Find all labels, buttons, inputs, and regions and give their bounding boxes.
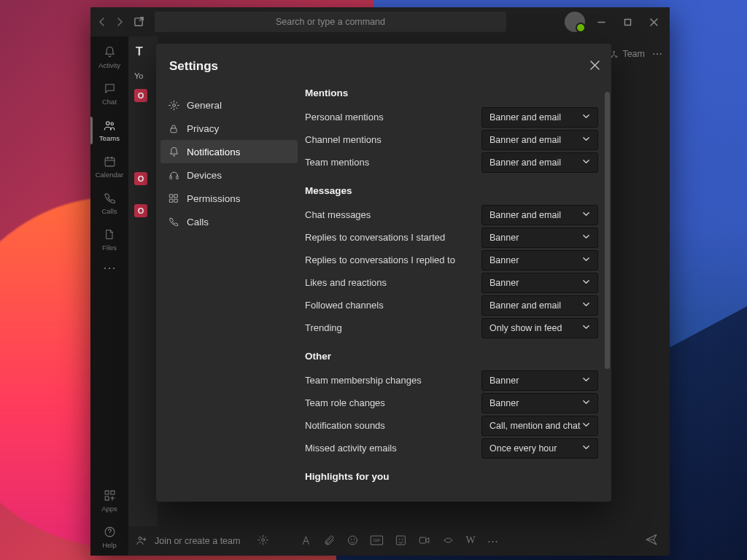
dropdown-value: Once every hour (489, 443, 557, 454)
wiki-icon[interactable]: W (465, 534, 475, 548)
dropdown-followed-channels[interactable]: Banner and email (481, 295, 598, 316)
team-tile[interactable]: O (134, 89, 147, 102)
settings-modal: Settings General Privacy Notifications D… (156, 44, 611, 502)
settings-content: Mentions Personal mentions Banner and em… (302, 88, 611, 502)
scrollbar[interactable] (605, 92, 610, 369)
sticker-icon[interactable] (395, 534, 406, 548)
search-input[interactable]: Search or type a command (155, 12, 506, 32)
titlebar: Search or type a command (90, 7, 670, 36)
nav-label: General (187, 100, 222, 111)
row-channel-mentions: Channel mentions Banner and email (305, 128, 598, 151)
nav-calls[interactable]: Calls (160, 210, 298, 233)
org-chip[interactable]: Team (606, 47, 648, 61)
row-label: Trending (305, 322, 481, 333)
window-close[interactable] (640, 9, 667, 35)
rail-activity[interactable]: Activity (90, 39, 128, 76)
nav-devices[interactable]: Devices (160, 163, 298, 187)
dropdown-likes[interactable]: Banner (481, 273, 598, 293)
rail-calendar[interactable]: Calendar (90, 149, 128, 185)
row-label: Chat messages (305, 209, 481, 220)
svg-rect-41 (174, 199, 177, 202)
channel-more[interactable]: ⋯ (652, 48, 664, 60)
dropdown-value: Banner and email (489, 210, 561, 220)
meet-now-icon[interactable] (418, 534, 430, 548)
section-mentions-title: Mentions (305, 88, 598, 98)
dropdown-missed-emails[interactable]: Once every hour (481, 438, 598, 459)
rail-calls[interactable]: Calls (90, 185, 128, 222)
dropdown-notification-sounds[interactable]: Call, mention and chat (481, 416, 598, 436)
compose-more[interactable]: ⋯ (487, 534, 498, 548)
manage-teams-icon[interactable] (258, 534, 268, 548)
dropdown-role-changes[interactable]: Banner (481, 393, 598, 413)
rail-files[interactable]: Files (90, 222, 128, 258)
dropdown-replies-started[interactable]: Banner (481, 228, 598, 248)
svg-rect-36 (169, 176, 171, 179)
rail-more[interactable]: ⋯ (103, 260, 116, 276)
join-team-label[interactable]: Join or create a team (155, 536, 240, 546)
dropdown-trending[interactable]: Only show in feed (481, 318, 598, 338)
svg-rect-38 (170, 195, 173, 198)
nav-privacy[interactable]: Privacy (160, 117, 298, 140)
rail-chat[interactable]: Chat (90, 76, 128, 112)
dropdown-chat-messages[interactable]: Banner and email (481, 205, 598, 225)
svg-point-7 (111, 122, 113, 125)
dropdown-membership-changes[interactable]: Banner (481, 370, 598, 391)
headset-icon (168, 169, 179, 181)
svg-rect-27 (396, 536, 405, 545)
calendar-icon (104, 155, 116, 168)
rail-teams[interactable]: Teams (90, 112, 128, 149)
rail-label: Calls (101, 207, 117, 215)
rail-label: Apps (101, 505, 117, 513)
lock-icon (168, 122, 179, 134)
svg-rect-8 (105, 158, 115, 166)
avatar[interactable] (565, 12, 585, 32)
org-chip-label: Team (622, 49, 645, 59)
nav-label: Permissions (187, 193, 241, 204)
svg-rect-12 (105, 491, 109, 494)
gif-icon[interactable]: GIF (370, 534, 383, 548)
dropdown-team-mentions[interactable]: Banner and email (481, 152, 598, 173)
svg-point-24 (354, 539, 355, 540)
rail-label: Chat (102, 98, 117, 106)
stream-icon[interactable] (442, 534, 454, 548)
row-likes: Likes and reactions Banner (305, 271, 598, 294)
emoji-icon[interactable] (347, 534, 358, 548)
svg-point-16 (109, 534, 110, 535)
row-label: Team membership changes (305, 375, 481, 386)
forward-button[interactable] (111, 12, 128, 32)
team-tile[interactable]: O (134, 172, 147, 185)
dropdown-replies-replied[interactable]: Banner (481, 250, 598, 271)
chevron-down-icon (582, 233, 590, 243)
nav-general[interactable]: General (160, 93, 298, 117)
svg-rect-30 (419, 537, 426, 543)
svg-point-21 (262, 539, 265, 542)
team-list-title: T (128, 36, 158, 58)
row-replies-started: Replies to conversations I started Banne… (305, 226, 598, 249)
send-button[interactable] (645, 533, 658, 549)
svg-point-34 (172, 104, 175, 106)
row-label: Replies to conversations I replied to (305, 254, 481, 265)
dropdown-value: Banner and email (489, 135, 561, 145)
svg-rect-14 (105, 497, 109, 500)
nav-permissions[interactable]: Permissions (160, 187, 298, 210)
dropdown-personal-mentions[interactable]: Banner and email (481, 107, 598, 128)
attachment-icon[interactable] (323, 534, 335, 548)
settings-title: Settings (169, 59, 218, 74)
join-team-icon[interactable] (136, 534, 147, 548)
nav-notifications[interactable]: Notifications (160, 140, 298, 163)
back-button[interactable] (93, 12, 111, 32)
format-icon[interactable] (300, 534, 311, 548)
rail-apps[interactable]: Apps (90, 483, 128, 519)
row-label: Team mentions (305, 157, 481, 168)
files-icon (104, 228, 115, 241)
window-maximize[interactable] (614, 9, 640, 35)
new-chat-button[interactable] (128, 12, 149, 32)
phone-icon (168, 216, 179, 228)
row-membership-changes: Team membership changes Banner (305, 369, 598, 392)
settings-close[interactable] (590, 61, 600, 72)
bell-icon (104, 46, 116, 59)
dropdown-channel-mentions[interactable]: Banner and email (481, 130, 598, 150)
window-minimize[interactable] (588, 9, 614, 35)
rail-help[interactable]: Help (90, 519, 128, 556)
team-tile[interactable]: O (134, 204, 147, 217)
